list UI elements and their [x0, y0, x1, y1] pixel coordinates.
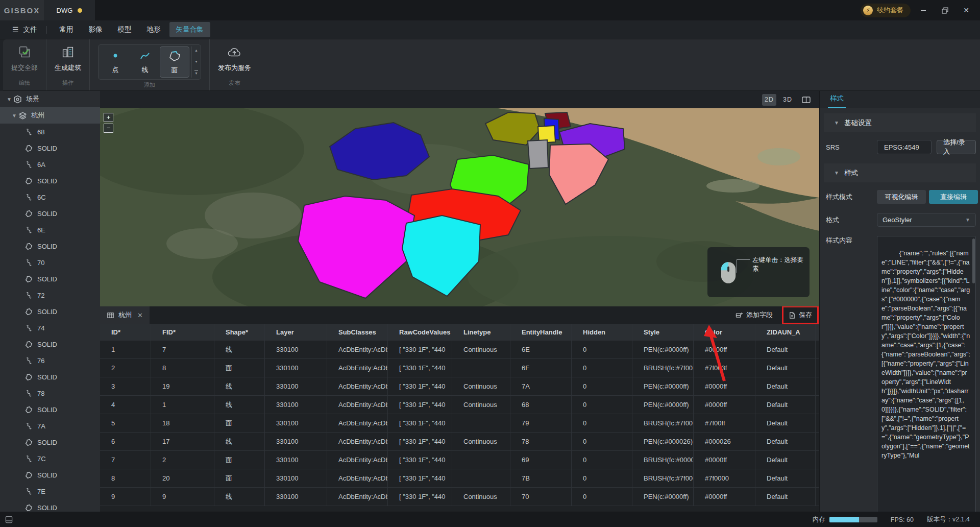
column-header[interactable]: FID*: [151, 324, 214, 341]
table-cell[interactable]: Continuous: [452, 341, 510, 358]
table-cell[interactable]: [ "330 1F", "440: [388, 359, 452, 377]
tree-item-7C[interactable]: 7C: [0, 450, 100, 467]
table-cell[interactable]: 6F: [510, 359, 572, 377]
table-cell[interactable]: Default: [755, 433, 816, 450]
tree-item-SOLID[interactable]: SOLID: [0, 238, 100, 254]
view-3d-button[interactable]: 3D: [780, 94, 795, 106]
table-tab-hangzhou[interactable]: 杭州 ✕: [100, 306, 150, 324]
menu-item-模型[interactable]: 模型: [111, 22, 138, 37]
tree-item-SOLID[interactable]: SOLID: [0, 434, 100, 450]
table-cell[interactable]: [ "330 1F", "440: [388, 396, 452, 414]
table-cell[interactable]: BRUSH(fc:#0000ff): [632, 451, 694, 469]
column-header[interactable]: Style: [632, 324, 694, 341]
tree-item-70[interactable]: 70: [0, 254, 100, 271]
table-cell[interactable]: #7f003f: [694, 359, 755, 377]
tree-item-SOLID[interactable]: SOLID: [0, 140, 100, 156]
table-cell[interactable]: 0: [572, 469, 632, 487]
table-cell[interactable]: 0: [572, 488, 632, 506]
tree-item-SOLID[interactable]: SOLID: [0, 336, 100, 352]
table-cell[interactable]: 68: [510, 396, 572, 414]
table-cell[interactable]: AcDbEntity:AcDb: [327, 414, 388, 432]
add-field-button[interactable]: 添加字段: [736, 310, 773, 320]
column-header[interactable]: SubClasses: [327, 324, 388, 341]
table-cell[interactable]: [ "330 1F", "440: [388, 469, 452, 487]
tree-item-场景[interactable]: ▼场景: [0, 91, 100, 107]
console-toggle-icon[interactable]: [5, 516, 13, 523]
srs-input[interactable]: EPSG:4549: [877, 140, 932, 154]
tree-expander-icon[interactable]: ▼: [10, 113, 18, 118]
table-cell[interactable]: Default: [755, 414, 816, 432]
table-cell[interactable]: BRUSH(fc:#7f003f): [632, 359, 694, 377]
table-cell[interactable]: AcDbEntity:AcDb: [327, 488, 388, 506]
tree-item-68[interactable]: 68: [0, 124, 100, 140]
table-cell[interactable]: 330100: [265, 451, 327, 469]
tree-item-SOLID[interactable]: SOLID: [0, 303, 100, 320]
save-button[interactable]: 保存: [788, 310, 812, 320]
column-header[interactable]: ZIDAUN_A: [755, 324, 816, 341]
table-cell[interactable]: [452, 414, 510, 432]
table-cell[interactable]: [452, 451, 510, 469]
table-cell[interactable]: 69: [510, 451, 572, 469]
table-cell[interactable]: 0: [572, 341, 632, 358]
publish-service-button[interactable]: 发布为服务: [218, 44, 251, 73]
style-tab[interactable]: 样式: [828, 94, 846, 108]
tree-item-SOLID[interactable]: SOLID: [0, 401, 100, 418]
table-cell[interactable]: AcDbEntity:AcDb: [327, 469, 388, 487]
table-cell[interactable]: [ "330 1F", "440: [388, 488, 452, 506]
table-cell[interactable]: 330100: [265, 396, 327, 414]
scroll-up-icon[interactable]: ▲: [194, 48, 198, 54]
tree-item-SOLID[interactable]: SOLID: [0, 369, 100, 385]
table-cell[interactable]: Continuous: [452, 377, 510, 395]
table-cell[interactable]: #0000ff: [694, 377, 755, 395]
view-split-button[interactable]: [799, 94, 813, 106]
table-cell[interactable]: 线: [214, 433, 265, 450]
table-cell[interactable]: 79: [510, 414, 572, 432]
map-feature-gray[interactable]: [528, 140, 548, 169]
table-cell[interactable]: 9: [100, 488, 151, 506]
tree-item-SOLID[interactable]: SOLID: [0, 467, 100, 483]
table-cell[interactable]: 面: [214, 469, 265, 487]
table-cell[interactable]: #000026: [694, 433, 755, 450]
table-cell[interactable]: 17: [151, 433, 214, 450]
table-cell[interactable]: #0000ff: [694, 341, 755, 358]
table-cell[interactable]: 4: [100, 396, 151, 414]
scroll-down-icon[interactable]: ▼: [194, 59, 198, 65]
table-cell[interactable]: 330100: [265, 377, 327, 395]
direct-edit-button[interactable]: 直接编辑: [929, 190, 978, 204]
table-cell[interactable]: 7: [151, 341, 214, 358]
table-cell[interactable]: #0000ff: [694, 488, 755, 506]
table-cell[interactable]: [452, 359, 510, 377]
table-cell[interactable]: 7: [100, 451, 151, 469]
table-cell[interactable]: 78: [510, 433, 572, 450]
table-cell[interactable]: 线: [214, 396, 265, 414]
table-cell[interactable]: PEN(c:#0000ff): [632, 377, 694, 395]
table-cell[interactable]: 7A: [510, 377, 572, 395]
tree-expander-icon[interactable]: ▼: [5, 97, 13, 102]
table-cell[interactable]: 线: [214, 377, 265, 395]
table-cell[interactable]: Default: [755, 469, 816, 487]
table-cell[interactable]: 0: [572, 414, 632, 432]
table-cell[interactable]: 0: [572, 359, 632, 377]
table-cell[interactable]: PEN(c:#0000ff): [632, 341, 694, 358]
column-header[interactable]: RawCodeValues: [388, 324, 452, 341]
view-2d-button[interactable]: 2D: [762, 94, 776, 106]
zoom-out-button[interactable]: −: [104, 124, 113, 133]
column-header[interactable]: Linetype: [452, 324, 510, 341]
table-cell[interactable]: 6E: [510, 341, 572, 358]
table-cell[interactable]: [ "330 1F", "440: [388, 341, 452, 358]
basic-settings-section-header[interactable]: ▼ 基础设置: [824, 113, 976, 132]
table-cell[interactable]: 330100: [265, 469, 327, 487]
menu-item-常用[interactable]: 常用: [53, 22, 80, 37]
table-cell[interactable]: 1: [100, 341, 151, 358]
add-point-tool[interactable]: 点: [101, 46, 130, 78]
tree-item-76[interactable]: 76: [0, 352, 100, 369]
table-cell[interactable]: 7B: [510, 469, 572, 487]
column-header[interactable]: ID*: [100, 324, 151, 341]
table-cell[interactable]: Default: [755, 377, 816, 395]
table-cell[interactable]: [452, 469, 510, 487]
table-cell[interactable]: Default: [755, 341, 816, 358]
renew-plan-button[interactable]: ⚡ 续约套餐: [861, 4, 911, 17]
table-cell[interactable]: 面: [214, 359, 265, 377]
table-cell[interactable]: AcDbEntity:AcDb: [327, 341, 388, 358]
table-cell[interactable]: 330100: [265, 414, 327, 432]
